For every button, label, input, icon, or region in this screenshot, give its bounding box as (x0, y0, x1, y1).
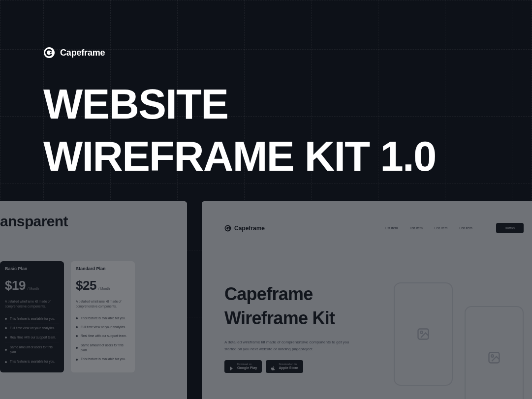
pricing-card-basic: Basic Plan $19 / Month A detailed wirefr… (0, 261, 64, 372)
nav-cta-button[interactable]: Button (496, 223, 524, 233)
plan-feature: Full time view on your analytics. (5, 323, 59, 333)
store-top: Download on (237, 363, 257, 366)
brand: Capeframe (43, 47, 436, 59)
plan-feature: Full time view on your analytics. (76, 323, 130, 332)
plan-feature: Same amount of users for this plan. (5, 342, 59, 357)
plan-feature: Real time with our support team. (76, 332, 130, 340)
plan-feature: This feature is available for you. (5, 357, 59, 366)
wireframe-brand-name: Capeframe (234, 225, 265, 232)
svg-point-1 (50, 52, 52, 53)
google-play-button[interactable]: Download on Google Play (224, 360, 262, 372)
phone-mockup (465, 306, 524, 399)
preview-pricing: ansparent Basic Plan $19 / Month A detai… (0, 201, 187, 399)
wireframe-title: Capeframe Wireframe Kit (224, 282, 362, 330)
pricing-card-standard: Standard Plan $25 / Month A detailed wir… (71, 261, 135, 372)
plan-feature: Real time with our support team. (5, 333, 59, 342)
wireframe-nav: Capeframe List Item List Item List Item … (224, 223, 524, 233)
nav-link[interactable]: List Item (459, 226, 472, 230)
preview-landing: Capeframe List Item List Item List Item … (202, 201, 532, 399)
google-play-icon (229, 364, 234, 369)
phone-mockup (394, 282, 453, 386)
plan-feature: This feature is available for you. (5, 314, 59, 323)
wireframe-title-line2: Wireframe Kit (224, 307, 362, 331)
svg-point-3 (228, 228, 229, 229)
plan-name: Basic Plan (5, 266, 59, 271)
plan-period: / Month (28, 287, 39, 290)
pricing-heading-fragment: ansparent (0, 213, 180, 230)
store-top: Download on the (279, 363, 298, 366)
wireframe-brand: Capeframe (224, 225, 265, 232)
capeframe-logo-icon (224, 225, 231, 232)
plan-name: Standard Plan (76, 266, 130, 271)
plan-desc: A detailed wireframe kit made of compreh… (5, 299, 59, 309)
wireframe-title-line1: Capeframe (224, 282, 362, 307)
store-bottom: Google Play (237, 366, 257, 370)
hero-title-line1: WEBSITE (43, 78, 436, 130)
plan-feature: This feature is available for you. (76, 355, 130, 364)
brand-name: Capeframe (60, 48, 105, 58)
plan-period: / Month (98, 287, 110, 290)
capeframe-logo-icon (43, 47, 55, 59)
plan-feature: This feature is available for you. (76, 314, 130, 323)
plan-feature: Same amount of users for this plan. (76, 341, 130, 355)
svg-point-5 (420, 331, 423, 334)
store-bottom: Apple Store (279, 366, 298, 370)
svg-point-7 (491, 355, 494, 357)
plan-desc: A detailed wireframe kit made of compreh… (76, 299, 130, 309)
apple-store-button[interactable]: Download on the Apple Store (266, 360, 303, 372)
plan-price: $19 (5, 278, 26, 293)
plan-price: $25 (76, 278, 96, 293)
hero-title: WEBSITE WIREFRAME KIT 1.0 (43, 78, 436, 183)
nav-link[interactable]: List Item (385, 226, 398, 230)
wireframe-subtitle: A detailed wireframe kit made of compreh… (224, 339, 362, 352)
preview-row: ansparent Basic Plan $19 / Month A detai… (0, 201, 532, 399)
nav-link[interactable]: List Item (435, 226, 447, 230)
nav-link[interactable]: List Item (409, 226, 422, 230)
apple-icon (271, 364, 276, 369)
hero-title-line2: WIREFRAME KIT 1.0 (43, 130, 436, 183)
